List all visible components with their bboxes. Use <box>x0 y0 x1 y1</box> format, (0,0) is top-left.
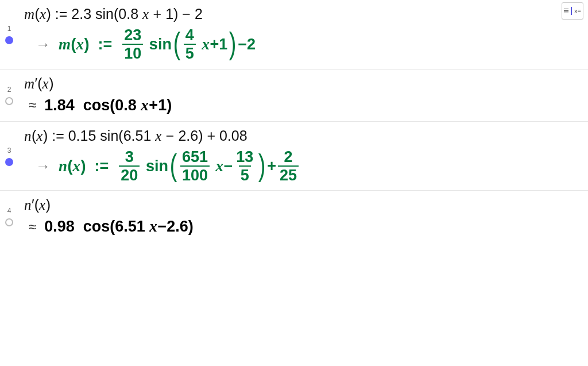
row-number: 2 <box>7 86 11 94</box>
visibility-dot-icon[interactable] <box>5 36 13 44</box>
cas-cell[interactable]: 1 m(x) := 2.3 sin(0.8 x + 1) − 2 → m(x) … <box>0 0 588 70</box>
visibility-dot-icon[interactable] <box>5 218 13 226</box>
result-arrow-icon: → <box>24 157 51 175</box>
row-number: 4 <box>7 207 11 215</box>
approx-icon: ≈ <box>24 97 36 113</box>
cell-input[interactable]: m(x) := 2.3 sin(0.8 x + 1) − 2 <box>24 6 582 22</box>
cas-cell[interactable]: 4 n′(x) ≈ 0.98 cos(6.51 x − 2.6) <box>0 191 588 242</box>
cell-gutter: 4 <box>0 191 18 242</box>
cas-cell[interactable]: 2 m′(x) ≈ 1.84 cos(0.8 x + 1) <box>0 70 588 122</box>
cas-cell-list: 1 m(x) := 2.3 sin(0.8 x + 1) − 2 → m(x) … <box>0 0 588 242</box>
visibility-dot-icon[interactable] <box>5 97 13 105</box>
cas-cell[interactable]: 3 n(x) := 0.15 sin(6.51 x − 2.6) + 0.08 … <box>0 122 588 191</box>
approx-icon: ≈ <box>24 219 36 235</box>
visibility-dot-icon[interactable] <box>5 158 13 166</box>
cell-gutter: 2 <box>0 70 18 121</box>
cell-gutter: 1 <box>0 0 18 69</box>
cell-output: → m(x) := 2310 sin(45 x + 1) − 2 <box>24 27 582 62</box>
row-number: 1 <box>7 25 11 33</box>
cell-output: ≈ 0.98 cos(6.51 x − 2.6) <box>24 218 582 236</box>
cell-output: → n(x) := 320 sin(651100 x − 135) + 225 <box>24 149 582 184</box>
cell-input[interactable]: n(x) := 0.15 sin(6.51 x − 2.6) + 0.08 <box>24 128 582 144</box>
cell-input[interactable]: m′(x) <box>24 75 582 92</box>
row-number: 3 <box>7 147 11 155</box>
result-arrow-icon: → <box>24 36 51 53</box>
cell-gutter: 3 <box>0 122 18 191</box>
cell-input[interactable]: n′(x) <box>24 197 582 213</box>
cell-output: ≈ 1.84 cos(0.8 x + 1) <box>24 97 582 114</box>
